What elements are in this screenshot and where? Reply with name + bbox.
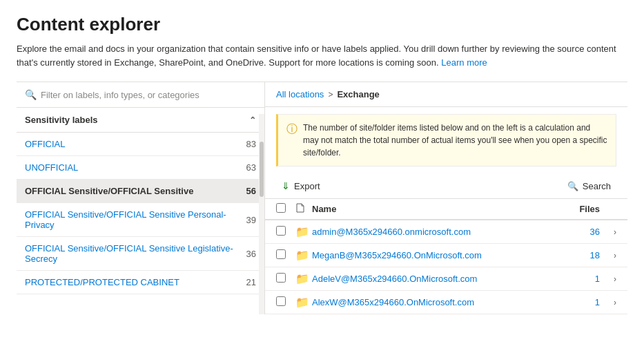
breadcrumb-current: Exchange [337, 89, 379, 99]
search-icon: 🔍 [567, 181, 578, 191]
select-all-checkbox[interactable] [276, 203, 286, 213]
right-panel: All locations > Exchange ⓘ The number of… [265, 82, 627, 314]
row-files: 1 [545, 274, 600, 284]
breadcrumb-separator: > [328, 90, 333, 99]
sensitivity-header-label: Sensitivity labels [25, 115, 98, 125]
label-item-unofficial[interactable]: UNOFFICIAL 63 [17, 156, 264, 180]
row-checkbox[interactable] [276, 296, 286, 306]
row-check[interactable] [276, 296, 295, 308]
row-name[interactable]: AlexW@M365x294660.OnMicrosoft.com [312, 297, 545, 307]
label-count: 39 [246, 215, 256, 225]
row-name[interactable]: admin@M365x294660.onmicrosoft.com [312, 227, 545, 237]
toolbar: ⇓ Export 🔍 Search [265, 173, 627, 199]
folder-icon: 📁 [295, 272, 312, 285]
row-check[interactable] [276, 226, 295, 238]
table-header: Name Files [265, 199, 627, 220]
info-banner: ⓘ The number of site/folder items listed… [276, 114, 616, 166]
name-column-header: Name [312, 204, 545, 214]
folder-icon: 📁 [295, 296, 312, 309]
export-button[interactable]: ⇓ Export [276, 178, 326, 194]
page-title: Content explorer [17, 14, 627, 35]
document-icon [295, 203, 305, 213]
files-column-header: Files [545, 204, 600, 214]
export-label: Export [294, 181, 320, 191]
label-count: 36 [246, 249, 256, 259]
row-files: 36 [545, 227, 600, 237]
label-name: PROTECTED/PROTECTED CABINET [25, 277, 179, 287]
page-description: Explore the email and docs in your organ… [17, 42, 627, 69]
label-name: OFFICIAL [25, 139, 66, 149]
filter-bar[interactable]: 🔍 Filter on labels, info types, or categ… [17, 82, 264, 108]
label-name: OFFICIAL Sensitive/OFFICIAL Sensitive Pe… [25, 209, 246, 230]
search-button[interactable]: 🔍 Search [562, 178, 616, 194]
table-row[interactable]: 📁 admin@M365x294660.onmicrosoft.com 36 › [265, 220, 627, 244]
label-item-official[interactable]: OFFICIAL 83 [17, 133, 264, 156]
row-checkbox[interactable] [276, 273, 286, 283]
sensitivity-section: Sensitivity labels ⌃ OFFICIAL 83 UNOFFIC… [17, 108, 264, 294]
header-check-col [276, 203, 295, 215]
label-count: 56 [246, 186, 256, 196]
row-checkbox[interactable] [276, 226, 286, 236]
info-banner-text: The number of site/folder items listed b… [303, 122, 607, 159]
search-label: Search [583, 181, 611, 191]
breadcrumb-root-link[interactable]: All locations [276, 89, 324, 99]
row-checkbox[interactable] [276, 249, 286, 259]
table-row[interactable]: 📁 AdeleV@M365x294660.OnMicrosoft.com 1 › [265, 267, 627, 291]
label-item-official-sensitive-legislative[interactable]: OFFICIAL Sensitive/OFFICIAL Sensitive Le… [17, 237, 264, 271]
label-item-official-sensitive-personal[interactable]: OFFICIAL Sensitive/OFFICIAL Sensitive Pe… [17, 203, 264, 237]
sensitivity-header: Sensitivity labels ⌃ [17, 108, 264, 133]
row-chevron-icon: › [600, 298, 616, 307]
table-row[interactable]: 📁 MeganB@M365x294660.OnMicrosoft.com 18 … [265, 244, 627, 267]
chevron-up-icon: ⌃ [249, 115, 256, 125]
row-name[interactable]: AdeleV@M365x294660.OnMicrosoft.com [312, 274, 545, 284]
filter-icon: 🔍 [25, 89, 37, 100]
row-chevron-icon: › [600, 227, 616, 237]
learn-more-link[interactable]: Learn more [441, 57, 487, 68]
row-check[interactable] [276, 273, 295, 285]
row-files: 18 [545, 250, 600, 260]
export-icon: ⇓ [282, 180, 290, 191]
label-name: OFFICIAL Sensitive/OFFICIAL Sensitive Le… [25, 243, 246, 264]
label-name: OFFICIAL Sensitive/OFFICIAL Sensitive [25, 186, 193, 196]
label-item-official-sensitive[interactable]: OFFICIAL Sensitive/OFFICIAL Sensitive 56 [17, 180, 264, 203]
row-chevron-icon: › [600, 274, 616, 284]
row-check[interactable] [276, 249, 295, 261]
label-item-protected-cabinet[interactable]: PROTECTED/PROTECTED CABINET 21 [17, 271, 264, 294]
folder-icon: 📁 [295, 249, 312, 262]
row-name[interactable]: MeganB@M365x294660.OnMicrosoft.com [312, 250, 545, 260]
filter-placeholder: Filter on labels, info types, or categor… [41, 90, 199, 100]
info-icon: ⓘ [286, 122, 297, 137]
label-count: 21 [246, 277, 256, 287]
label-count: 63 [246, 162, 256, 173]
row-files: 1 [545, 297, 600, 307]
header-icon-col [295, 203, 312, 215]
label-name: UNOFFICIAL [25, 162, 78, 173]
label-count: 83 [246, 139, 256, 149]
table-row[interactable]: 📁 AlexW@M365x294660.OnMicrosoft.com 1 › [265, 291, 627, 314]
row-chevron-icon: › [600, 251, 616, 260]
folder-icon: 📁 [295, 225, 312, 238]
breadcrumb: All locations > Exchange [265, 82, 627, 107]
file-table: Name Files 📁 admin@M365x294660.onmicroso… [265, 199, 627, 314]
